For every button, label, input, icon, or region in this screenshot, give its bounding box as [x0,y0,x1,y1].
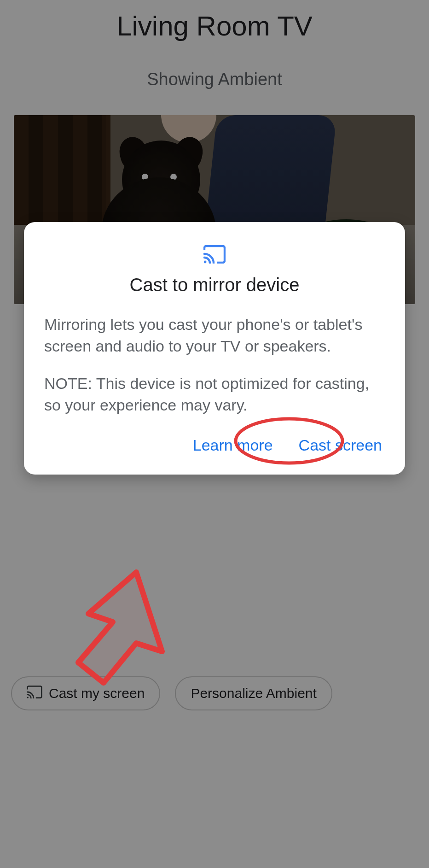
dialog-paragraph-1: Mirroring lets you cast your phone's or … [44,314,385,357]
learn-more-button[interactable]: Learn more [190,432,276,459]
cast-screen-button[interactable]: Cast screen [296,432,385,459]
svg-point-1 [204,261,207,264]
device-screen: Living Room TV Showing Ambient [0,0,429,868]
cast-icon [44,245,385,264]
dialog-body: Mirroring lets you cast your phone's or … [44,314,385,416]
dialog-actions: Learn more Cast screen [44,432,385,459]
dialog-title: Cast to mirror device [44,275,385,295]
dialog-paragraph-2: NOTE: This device is not optimized for c… [44,373,385,416]
cast-mirror-dialog: Cast to mirror device Mirroring lets you… [24,222,405,475]
